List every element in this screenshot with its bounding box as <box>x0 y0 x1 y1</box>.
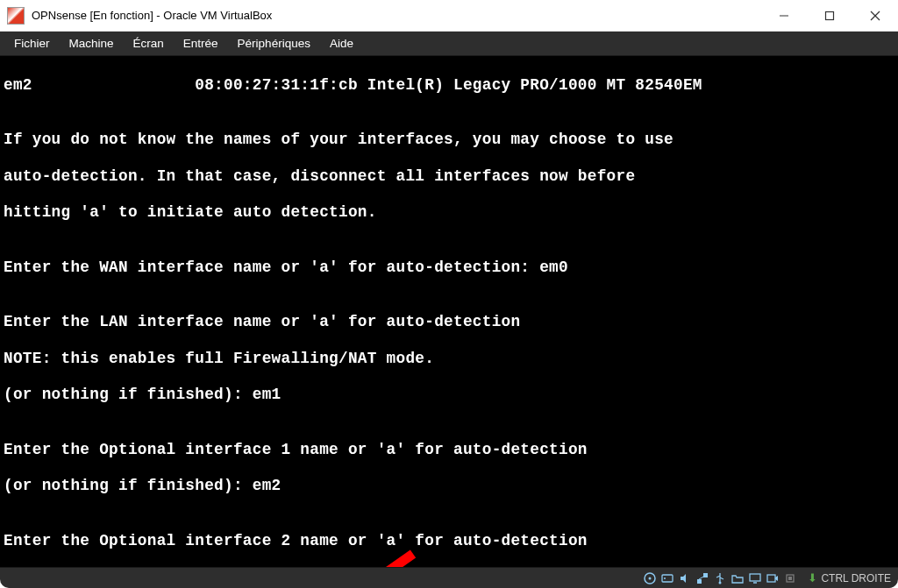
svg-point-11 <box>664 577 666 579</box>
vm-window: OPNsense [En fonction] - Oracle VM Virtu… <box>0 0 898 588</box>
hdd-icon[interactable] <box>660 571 674 585</box>
menu-ecran[interactable]: Écran <box>125 34 173 53</box>
shared-folder-icon[interactable] <box>731 571 745 585</box>
svg-rect-10 <box>662 575 673 582</box>
console-line: em2 08:00:27:31:1f:cb Intel(R) Legacy PR… <box>0 76 898 95</box>
statusbar: ⬇ CTRL DROITE <box>0 567 898 588</box>
maximize-button[interactable] <box>807 0 852 32</box>
menu-aide[interactable]: Aide <box>321 34 362 53</box>
console-line: (or nothing if finished): em2 <box>0 477 898 495</box>
svg-rect-20 <box>788 577 792 580</box>
hostkey-label: CTRL DROITE <box>821 572 891 584</box>
display-icon[interactable] <box>748 571 762 585</box>
console-line: NOTE: this enables full Firewalling/NAT … <box>0 350 898 368</box>
menu-machine[interactable]: Machine <box>61 34 123 53</box>
menu-entree[interactable]: Entrée <box>175 34 227 53</box>
svg-rect-18 <box>767 575 775 582</box>
console-line: If you do not know the names of your int… <box>0 131 898 149</box>
console-line: auto-detection. In that case, disconnect… <box>0 167 898 186</box>
titlebar: OPNsense [En fonction] - Oracle VM Virtu… <box>0 0 898 32</box>
vm-console[interactable]: em2 08:00:27:31:1f:cb Intel(R) Legacy PR… <box>0 56 898 567</box>
console-line: Enter the WAN interface name or 'a' for … <box>0 259 898 277</box>
audio-icon[interactable] <box>678 571 692 585</box>
menubar: Fichier Machine Écran Entrée Périphériqu… <box>0 32 898 56</box>
network-icon[interactable] <box>695 571 709 585</box>
hostkey-arrow-icon: ⬇ <box>808 571 817 584</box>
svg-point-15 <box>719 581 722 584</box>
svg-rect-16 <box>750 574 760 581</box>
virtualbox-icon <box>7 7 25 25</box>
processor-icon[interactable] <box>783 571 797 585</box>
console-line: (or nothing if finished): em1 <box>0 386 898 404</box>
svg-rect-1 <box>826 11 834 19</box>
usb-icon[interactable] <box>713 571 727 585</box>
menu-peripheriques[interactable]: Périphériques <box>229 34 319 53</box>
recording-icon[interactable] <box>766 571 780 585</box>
hostkey-indicator[interactable]: ⬇ CTRL DROITE <box>808 571 891 584</box>
minimize-button[interactable] <box>761 0 807 32</box>
console-line: Enter the Optional interface 1 name or '… <box>0 441 898 459</box>
svg-point-9 <box>649 577 652 579</box>
svg-rect-12 <box>697 579 702 584</box>
console-line: hitting 'a' to initiate auto detection. <box>0 203 898 222</box>
status-icons <box>643 571 797 585</box>
close-button[interactable] <box>852 0 898 32</box>
console-line: Enter the Optional interface 2 name or '… <box>0 532 898 550</box>
console-line: Enter the LAN interface name or 'a' for … <box>0 313 898 331</box>
menu-fichier[interactable]: Fichier <box>5 34 59 53</box>
window-title: OPNsense [En fonction] - Oracle VM Virtu… <box>32 9 272 22</box>
window-controls <box>761 0 898 32</box>
svg-line-4 <box>346 554 413 567</box>
disc-icon[interactable] <box>643 571 657 585</box>
